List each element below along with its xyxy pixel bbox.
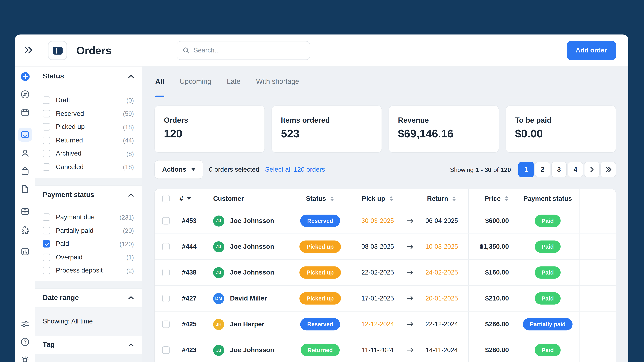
integrations-nav[interactable] — [18, 223, 32, 237]
filter-option[interactable]: Picked up(18) — [36, 120, 142, 134]
row-checkbox[interactable] — [162, 295, 170, 302]
page-button-3[interactable]: 3 — [551, 162, 567, 177]
payment-status-badge: Paid — [535, 266, 561, 279]
filter-option[interactable]: Returned(44) — [36, 134, 142, 147]
date-range-section-header[interactable]: Date range — [36, 289, 142, 307]
tab-all[interactable]: All — [155, 66, 164, 97]
table-row[interactable]: #453 JJ Joe Johnsson Reserved 30-03-2025… — [155, 208, 616, 234]
column-header-customer[interactable]: Customer — [210, 189, 290, 208]
chevron-up-icon[interactable] — [128, 193, 134, 197]
filter-option[interactable]: Reserved(59) — [36, 107, 142, 120]
arrow-right-icon — [406, 218, 414, 223]
reports-nav[interactable] — [18, 245, 32, 259]
filter-option[interactable]: Archived(8) — [36, 147, 142, 160]
checkbox[interactable] — [43, 110, 50, 117]
chevron-up-icon[interactable] — [128, 296, 134, 300]
caret-down-icon — [187, 197, 191, 200]
select-all-link[interactable]: Select all 120 orders — [265, 166, 325, 173]
checkbox[interactable] — [43, 163, 50, 171]
table-row[interactable]: #423 JJ Joe Johnsson Returned 11-11-2024… — [155, 337, 616, 362]
tab-late[interactable]: Late — [227, 66, 240, 97]
table-row[interactable]: #425 JH Jen Harper Reserved 12-12-2024 2… — [155, 312, 616, 337]
expand-sidebar-button[interactable] — [24, 46, 33, 55]
order-id: #423 — [180, 347, 196, 354]
page-button-4[interactable]: 4 — [568, 162, 583, 177]
page-button-2[interactable]: 2 — [535, 162, 550, 177]
chevron-up-icon[interactable] — [128, 74, 134, 78]
table-row[interactable]: #438 JJ Joe Johnsson Picked up 22-02-202… — [155, 260, 616, 286]
filter-label: Process deposit — [56, 267, 103, 274]
checkbox[interactable] — [43, 137, 50, 144]
checkbox[interactable] — [43, 214, 50, 221]
add-order-button[interactable]: Add order — [566, 41, 616, 60]
pickup-date: 22-02-2025 — [362, 269, 394, 276]
column-header-payment-status[interactable]: Payment status — [516, 189, 580, 208]
order-price: $1,350.00 — [480, 243, 509, 250]
orders-app-icon-button[interactable] — [48, 41, 67, 60]
next-page-button[interactable] — [584, 162, 600, 177]
customer-cell: JH Jen Harper — [210, 312, 290, 337]
checkbox[interactable] — [43, 96, 50, 104]
caret-down-icon — [191, 168, 195, 171]
add-button[interactable] — [18, 69, 32, 83]
actions-dropdown-button[interactable]: Actions — [154, 160, 203, 179]
column-header-price[interactable]: Price — [468, 189, 516, 208]
orders-nav[interactable] — [18, 128, 32, 142]
page-title: Orders — [76, 34, 112, 66]
filter-option[interactable]: Partially paid(20) — [36, 224, 142, 237]
inventory-nav[interactable] — [18, 204, 32, 218]
avatar: JJ — [213, 267, 224, 278]
filter-sidebar: Status Draft(0) Reserved(59) Picked up(1… — [36, 66, 142, 362]
stat-card-to-be-paid: To be paid $0.00 — [506, 105, 616, 153]
filter-option[interactable]: Canceled(18) — [36, 160, 142, 174]
help-nav[interactable] — [18, 335, 32, 349]
status-section-header[interactable]: Status — [36, 66, 142, 86]
settings-nav[interactable] — [18, 353, 32, 362]
payment-status-section-header[interactable]: Payment status — [36, 186, 142, 204]
filter-option[interactable]: Overpaid(1) — [36, 251, 142, 264]
checkbox[interactable] — [43, 240, 50, 248]
checkbox[interactable] — [43, 267, 50, 274]
row-checkbox[interactable] — [162, 347, 170, 354]
filter-option[interactable]: Payment due(231) — [36, 211, 142, 224]
search-input[interactable] — [194, 47, 304, 54]
row-checkbox[interactable] — [162, 321, 170, 328]
checkbox[interactable] — [43, 150, 50, 157]
table-row[interactable]: #427 DM David Miller Picked up 17-01-202… — [155, 286, 616, 311]
customers-nav[interactable] — [18, 146, 32, 160]
return-date: 24-02-2025 — [426, 269, 458, 276]
discover-nav[interactable] — [18, 87, 32, 101]
row-checkbox[interactable] — [162, 243, 170, 250]
row-checkbox[interactable] — [162, 217, 170, 225]
shop-nav[interactable] — [18, 164, 32, 178]
filter-option[interactable]: Paid(120) — [36, 237, 142, 251]
filter-option[interactable]: Draft(0) — [36, 93, 142, 107]
last-page-button[interactable] — [600, 162, 616, 177]
checkbox[interactable] — [43, 254, 50, 261]
filter-count: (20) — [123, 227, 134, 234]
stat-value: 120 — [164, 128, 256, 140]
column-header-return[interactable]: Return — [415, 189, 468, 208]
tab-upcoming[interactable]: Upcoming — [180, 66, 211, 97]
checkbox[interactable] — [43, 123, 50, 131]
chevron-up-icon[interactable] — [128, 343, 134, 347]
table-header-row: # Customer Status Pick up — [155, 189, 616, 208]
tag-section-header[interactable]: Tag — [36, 336, 142, 354]
column-header-pickup[interactable]: Pick up — [350, 189, 405, 208]
preferences-nav[interactable] — [18, 317, 32, 331]
search-box[interactable] — [176, 41, 310, 60]
tab-with-shortage[interactable]: With shortage — [256, 66, 299, 97]
row-checkbox[interactable] — [162, 269, 170, 276]
select-all-checkbox[interactable] — [162, 195, 170, 202]
column-header-id[interactable]: # — [180, 189, 210, 208]
documents-nav[interactable] — [18, 182, 32, 196]
stat-card-orders: Orders 120 — [154, 105, 265, 153]
page-button-1[interactable]: 1 — [518, 162, 534, 177]
order-id: #453 — [180, 217, 196, 225]
table-row[interactable]: #444 JJ Joe Johnsson Picked up 08-03-202… — [155, 234, 616, 260]
column-header-status[interactable]: Status — [290, 189, 350, 208]
filter-option[interactable]: Process deposit(2) — [36, 264, 142, 277]
checkbox[interactable] — [43, 227, 50, 234]
avatar: JH — [213, 319, 224, 330]
calendar-nav[interactable] — [18, 105, 32, 119]
